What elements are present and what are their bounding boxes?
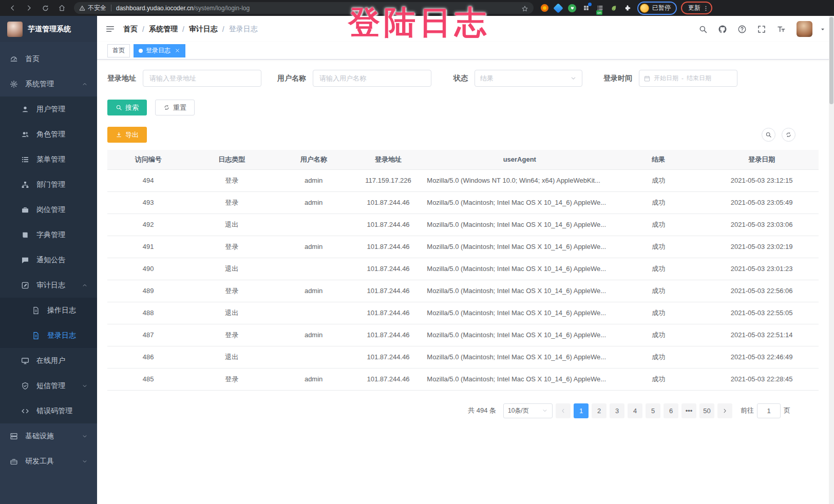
extensions-puzzle-icon[interactable]: [623, 4, 632, 13]
not-secure-label[interactable]: 不安全: [88, 4, 106, 12]
sidebar-item-departments[interactable]: 部门管理: [0, 172, 97, 197]
chrome-update-button[interactable]: 更新: [681, 2, 712, 14]
end-date-placeholder[interactable]: 结束日期: [687, 74, 711, 83]
sidebar-item-sms[interactable]: 短信管理: [0, 373, 97, 398]
question-icon: [737, 25, 747, 34]
sidebar-item-operation-log[interactable]: 操作日志: [0, 298, 97, 323]
sidebar-item-home[interactable]: 首页: [0, 46, 97, 71]
green-heart-extension-icon[interactable]: [567, 4, 577, 13]
blue-gem-extension-icon[interactable]: [554, 4, 563, 13]
cell-date: 2021-05-03 22:56:06: [705, 280, 819, 302]
close-icon[interactable]: [175, 48, 180, 53]
refresh-table-button[interactable]: [782, 128, 795, 142]
page-button-6[interactable]: 6: [664, 403, 678, 418]
username-input[interactable]: [313, 70, 431, 87]
login-log-table: 访问编号 日志类型 用户名称 登录地址 userAgent 结果 登录日期 49…: [107, 150, 819, 391]
cell-agent: Mozilla/5.0 (Macintosh; Intel Mac OS X 1…: [424, 236, 612, 258]
breadcrumb-home[interactable]: 首页: [123, 25, 138, 34]
update-label: 更新: [688, 4, 700, 12]
browser-reload-button[interactable]: [39, 2, 52, 15]
breadcrumb-system[interactable]: 系统管理: [149, 25, 178, 34]
sidebar-item-dictionary[interactable]: 字典管理: [0, 222, 97, 247]
sidebar-item-dev-tools[interactable]: 研发工具: [0, 449, 97, 474]
cell-id: 485: [107, 368, 189, 390]
browser-forward-button[interactable]: [22, 2, 35, 15]
prev-page-button[interactable]: [556, 403, 571, 418]
profile-sync-paused-chip[interactable]: 已暂停: [637, 2, 677, 15]
extension-on-badge: on: [596, 10, 602, 15]
cell-type: 登录: [189, 169, 274, 191]
cell-ip: 101.87.244.46: [353, 324, 424, 346]
cell-result: 成功: [612, 324, 705, 346]
sidebar-item-roles[interactable]: 角色管理: [0, 122, 97, 147]
browser-back-button[interactable]: [6, 2, 19, 15]
orange-circle-extension-icon[interactable]: [540, 4, 549, 13]
leaf-extension-icon[interactable]: [609, 4, 618, 13]
page-button-2[interactable]: 2: [592, 403, 606, 418]
search-button[interactable]: 搜索: [107, 100, 147, 115]
url-path: /system/log/login-log: [194, 5, 250, 12]
table-row: 487登录admin101.87.244.46Mozilla/5.0 (Maci…: [107, 324, 819, 346]
tag-home[interactable]: 首页: [107, 44, 130, 57]
fullscreen-button[interactable]: [755, 23, 768, 35]
sidebar-item-announcements[interactable]: 通知公告: [0, 247, 97, 273]
bookmark-star-icon[interactable]: [521, 4, 528, 12]
next-page-button[interactable]: [717, 403, 732, 418]
page-button-4[interactable]: 4: [628, 403, 642, 418]
export-button-label: 导出: [125, 130, 139, 140]
cell-result: 成功: [612, 258, 705, 280]
grid-extension-icon[interactable]: [581, 4, 591, 13]
page-button-3[interactable]: 3: [610, 403, 624, 418]
sidebar-item-system[interactable]: 系统管理: [0, 71, 97, 96]
start-date-placeholder[interactable]: 开始日期: [654, 74, 678, 83]
cell-date: 2021-05-03 23:03:06: [705, 214, 819, 236]
sidebar-item-audit-log[interactable]: 审计日志: [0, 273, 97, 298]
header-search-button[interactable]: [697, 23, 709, 35]
avatar-caret-icon[interactable]: [820, 26, 826, 32]
font-size-button[interactable]: [775, 23, 787, 35]
browser-menu-icon[interactable]: [703, 4, 709, 12]
page-size-value: 10条/页: [508, 406, 529, 415]
cell-user: [274, 302, 352, 324]
sidebar-item-online-users[interactable]: 在线用户: [0, 348, 97, 373]
toggle-search-button[interactable]: [762, 128, 775, 142]
tag-login-log[interactable]: 登录日志: [134, 44, 185, 57]
sidebar-item-posts[interactable]: 岗位管理: [0, 197, 97, 222]
sidebar-item-error-codes[interactable]: 错误码管理: [0, 398, 97, 423]
sidebar-item-login-log[interactable]: 登录日志: [0, 323, 97, 348]
export-button[interactable]: 导出: [107, 127, 147, 143]
login-address-input[interactable]: [143, 70, 261, 87]
github-link-button[interactable]: [716, 23, 729, 35]
browser-home-button[interactable]: [55, 2, 68, 15]
page-button-5[interactable]: 5: [646, 403, 660, 418]
page-button-50[interactable]: 50: [699, 403, 714, 418]
tags-view-bar: 首页 登录日志: [97, 42, 834, 60]
sidebar-item-users[interactable]: 用户管理: [0, 96, 97, 122]
cell-date: 2021-05-03 22:28:45: [705, 368, 819, 390]
reset-button[interactable]: 重置: [155, 100, 195, 115]
sidebar-item-infrastructure[interactable]: 基础设施: [0, 423, 97, 449]
audit-log-icon: [21, 281, 29, 289]
omnibox-divider: [111, 5, 111, 11]
address-bar[interactable]: 不安全 dashboard.yudao.iocoder.cn/system/lo…: [74, 2, 534, 14]
login-time-range-picker[interactable]: 开始日期 - 结束日期: [639, 70, 737, 87]
page-scrollbar[interactable]: [829, 16, 834, 504]
scrollbar-thumb[interactable]: [829, 17, 833, 104]
help-button[interactable]: [736, 23, 748, 35]
cell-user: admin: [274, 324, 352, 346]
goto-page-input[interactable]: [757, 403, 781, 418]
table-header-row: 访问编号 日志类型 用户名称 登录地址 userAgent 结果 登录日期: [107, 150, 819, 169]
cell-user: admin: [274, 191, 352, 214]
form-buttons: 搜索 重置: [107, 100, 819, 115]
page-button-1[interactable]: 1: [574, 403, 589, 418]
page-size-select[interactable]: 10条/页: [503, 403, 553, 418]
page-ellipsis[interactable]: •••: [681, 403, 696, 418]
user-avatar[interactable]: [797, 21, 812, 37]
status-select[interactable]: 结果: [475, 70, 582, 87]
list-extension-icon[interactable]: on: [595, 4, 604, 13]
sidebar-item-label: 在线用户: [36, 356, 65, 365]
breadcrumb-audit-log[interactable]: 审计日志: [189, 25, 218, 34]
sidebar-toggle-button[interactable]: [105, 24, 115, 34]
sidebar-item-menus[interactable]: 菜单管理: [0, 147, 97, 172]
sidebar-logo[interactable]: 芋道管理系统: [0, 16, 97, 42]
